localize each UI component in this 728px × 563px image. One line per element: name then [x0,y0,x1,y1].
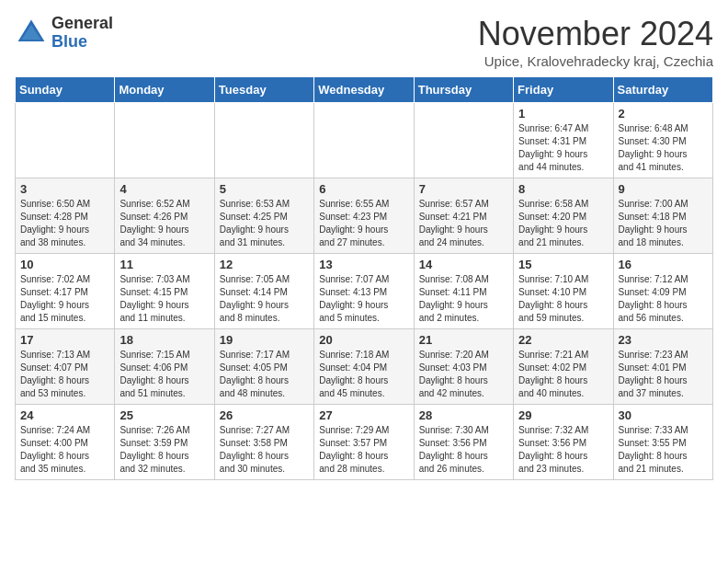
day-info: Sunrise: 7:24 AM Sunset: 4:00 PM Dayligh… [20,424,109,476]
day-header-wednesday: Wednesday [314,77,414,103]
calendar-cell: 28Sunrise: 7:30 AM Sunset: 3:56 PM Dayli… [414,405,513,480]
day-number: 28 [419,408,508,422]
day-number: 3 [20,182,109,196]
logo-text: General Blue [51,15,113,52]
day-number: 11 [119,258,209,271]
day-info: Sunrise: 7:23 AM Sunset: 4:01 PM Dayligh… [619,349,708,400]
calendar-cell: 10Sunrise: 7:02 AM Sunset: 4:17 PM Dayli… [16,254,115,329]
day-info: Sunrise: 6:48 AM Sunset: 4:30 PM Dayligh… [619,122,708,174]
day-header-tuesday: Tuesday [214,77,313,103]
day-number: 24 [20,408,109,422]
day-info: Sunrise: 6:55 AM Sunset: 4:23 PM Dayligh… [319,198,408,249]
week-row-0: 1Sunrise: 6:47 AM Sunset: 4:31 PM Daylig… [16,103,713,178]
calendar-cell: 26Sunrise: 7:27 AM Sunset: 3:58 PM Dayli… [214,405,313,480]
day-info: Sunrise: 7:27 AM Sunset: 3:58 PM Dayligh… [220,424,309,476]
day-number: 17 [20,333,109,347]
logo-blue-text: Blue [51,33,113,52]
day-info: Sunrise: 7:21 AM Sunset: 4:02 PM Dayligh… [518,349,608,400]
day-header-friday: Friday [514,77,613,103]
day-number: 7 [419,182,508,196]
week-row-3: 17Sunrise: 7:13 AM Sunset: 4:07 PM Dayli… [16,329,713,405]
calendar-cell [16,103,115,178]
day-number: 8 [518,182,608,196]
day-info: Sunrise: 7:32 AM Sunset: 3:56 PM Dayligh… [518,424,608,476]
day-number: 18 [119,333,209,347]
day-number: 15 [518,258,608,271]
calendar-cell: 25Sunrise: 7:26 AM Sunset: 3:59 PM Dayli… [115,405,214,480]
calendar-cell [414,103,513,178]
day-info: Sunrise: 7:33 AM Sunset: 3:55 PM Dayligh… [619,424,708,476]
calendar-cell: 18Sunrise: 7:15 AM Sunset: 4:06 PM Dayli… [115,329,214,405]
day-info: Sunrise: 7:12 AM Sunset: 4:09 PM Dayligh… [619,273,708,325]
day-info: Sunrise: 7:08 AM Sunset: 4:11 PM Dayligh… [419,273,508,325]
day-number: 22 [518,333,608,347]
day-info: Sunrise: 7:05 AM Sunset: 4:14 PM Dayligh… [220,273,309,325]
day-info: Sunrise: 6:57 AM Sunset: 4:21 PM Dayligh… [419,198,508,249]
day-header-sunday: Sunday [16,77,115,103]
calendar-cell: 27Sunrise: 7:29 AM Sunset: 3:57 PM Dayli… [314,405,414,480]
day-info: Sunrise: 6:53 AM Sunset: 4:25 PM Dayligh… [220,198,309,249]
calendar-cell: 15Sunrise: 7:10 AM Sunset: 4:10 PM Dayli… [514,254,613,329]
day-number: 6 [319,182,408,196]
logo: General Blue [15,15,113,52]
day-info: Sunrise: 7:29 AM Sunset: 3:57 PM Dayligh… [319,424,408,476]
day-info: Sunrise: 6:47 AM Sunset: 4:31 PM Dayligh… [518,122,608,174]
day-header-saturday: Saturday [613,77,712,103]
day-number: 4 [119,182,209,196]
calendar-cell [115,103,214,178]
day-info: Sunrise: 6:52 AM Sunset: 4:26 PM Dayligh… [119,198,209,249]
day-info: Sunrise: 7:20 AM Sunset: 4:03 PM Dayligh… [419,349,508,400]
day-number: 20 [319,333,408,347]
calendar-cell: 17Sunrise: 7:13 AM Sunset: 4:07 PM Dayli… [16,329,115,405]
day-number: 29 [518,408,608,422]
logo-general-text: General [51,15,113,33]
calendar-cell: 2Sunrise: 6:48 AM Sunset: 4:30 PM Daylig… [613,103,712,178]
title-section: November 2024 Upice, Kralovehradecky kra… [478,15,713,69]
calendar-cell: 12Sunrise: 7:05 AM Sunset: 4:14 PM Dayli… [214,254,313,329]
day-number: 2 [619,107,708,121]
calendar-cell: 14Sunrise: 7:08 AM Sunset: 4:11 PM Dayli… [414,254,513,329]
day-number: 16 [619,258,708,271]
day-number: 1 [518,107,608,121]
calendar-cell: 3Sunrise: 6:50 AM Sunset: 4:28 PM Daylig… [16,178,115,254]
day-info: Sunrise: 7:13 AM Sunset: 4:07 PM Dayligh… [20,349,109,400]
day-header-thursday: Thursday [414,77,513,103]
calendar-cell: 16Sunrise: 7:12 AM Sunset: 4:09 PM Dayli… [613,254,712,329]
calendar-cell: 24Sunrise: 7:24 AM Sunset: 4:00 PM Dayli… [16,405,115,480]
day-info: Sunrise: 7:26 AM Sunset: 3:59 PM Dayligh… [119,424,209,476]
calendar-cell: 7Sunrise: 6:57 AM Sunset: 4:21 PM Daylig… [414,178,513,254]
day-number: 13 [319,258,408,271]
week-row-1: 3Sunrise: 6:50 AM Sunset: 4:28 PM Daylig… [16,178,713,254]
calendar-cell: 23Sunrise: 7:23 AM Sunset: 4:01 PM Dayli… [613,329,712,405]
month-title: November 2024 [478,15,713,53]
day-number: 30 [619,408,708,422]
calendar-cell: 5Sunrise: 6:53 AM Sunset: 4:25 PM Daylig… [214,178,313,254]
day-number: 25 [119,408,209,422]
location-title: Upice, Kralovehradecky kraj, Czechia [478,53,713,69]
day-info: Sunrise: 6:50 AM Sunset: 4:28 PM Dayligh… [20,198,109,249]
day-info: Sunrise: 7:07 AM Sunset: 4:13 PM Dayligh… [319,273,408,325]
day-number: 26 [220,408,309,422]
calendar-cell [214,103,313,178]
day-info: Sunrise: 7:03 AM Sunset: 4:15 PM Dayligh… [119,273,209,325]
day-info: Sunrise: 7:15 AM Sunset: 4:06 PM Dayligh… [119,349,209,400]
day-info: Sunrise: 7:18 AM Sunset: 4:04 PM Dayligh… [319,349,408,400]
day-info: Sunrise: 7:02 AM Sunset: 4:17 PM Dayligh… [20,273,109,325]
calendar-table: SundayMondayTuesdayWednesdayThursdayFrid… [15,76,713,480]
day-number: 27 [319,408,408,422]
day-number: 12 [220,258,309,271]
day-info: Sunrise: 7:00 AM Sunset: 4:18 PM Dayligh… [619,198,708,249]
day-info: Sunrise: 7:10 AM Sunset: 4:10 PM Dayligh… [518,273,608,325]
calendar-cell: 9Sunrise: 7:00 AM Sunset: 4:18 PM Daylig… [613,178,712,254]
logo-icon [15,17,48,50]
calendar-cell: 21Sunrise: 7:20 AM Sunset: 4:03 PM Dayli… [414,329,513,405]
calendar-cell: 13Sunrise: 7:07 AM Sunset: 4:13 PM Dayli… [314,254,414,329]
day-info: Sunrise: 7:30 AM Sunset: 3:56 PM Dayligh… [419,424,508,476]
calendar-cell: 22Sunrise: 7:21 AM Sunset: 4:02 PM Dayli… [514,329,613,405]
calendar-cell: 30Sunrise: 7:33 AM Sunset: 3:55 PM Dayli… [613,405,712,480]
day-number: 9 [619,182,708,196]
day-info: Sunrise: 6:58 AM Sunset: 4:20 PM Dayligh… [518,198,608,249]
calendar-cell: 8Sunrise: 6:58 AM Sunset: 4:20 PM Daylig… [514,178,613,254]
day-number: 21 [419,333,508,347]
calendar-cell: 29Sunrise: 7:32 AM Sunset: 3:56 PM Dayli… [514,405,613,480]
